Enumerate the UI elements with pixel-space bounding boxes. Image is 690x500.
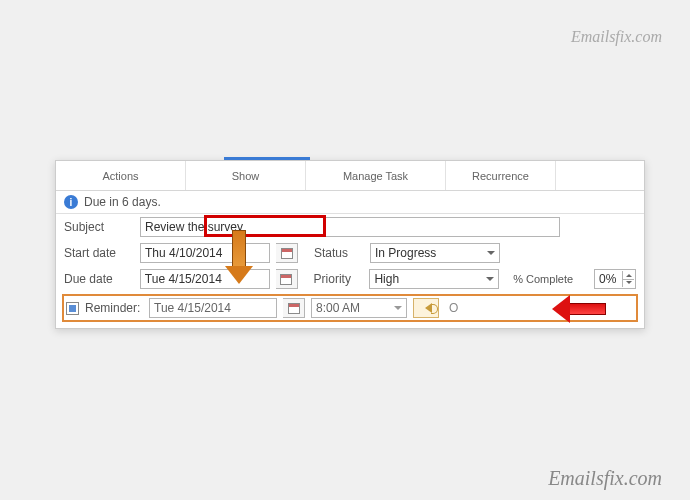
start-date-input[interactable]: Thu 4/10/2014 xyxy=(140,243,270,263)
percent-complete-label: % Complete xyxy=(513,273,588,285)
row-subject: Subject Review the survey xyxy=(56,214,644,240)
subject-input[interactable]: Review the survey xyxy=(140,217,560,237)
ribbon-show-indicator xyxy=(224,157,310,160)
due-date-calendar-button[interactable] xyxy=(276,269,298,289)
reminder-sound-button[interactable] xyxy=(413,298,439,318)
reminder-date-input[interactable]: Tue 4/15/2014 xyxy=(149,298,277,318)
reminder-time-dropdown[interactable]: 8:00 AM xyxy=(311,298,407,318)
start-date-calendar-button[interactable] xyxy=(276,243,298,263)
info-icon: i xyxy=(64,195,78,209)
percent-spinner[interactable] xyxy=(622,271,634,287)
chevron-up-icon xyxy=(626,271,632,277)
priority-dropdown[interactable]: High xyxy=(369,269,499,289)
calendar-icon xyxy=(281,248,293,259)
speaker-icon xyxy=(420,303,432,313)
calendar-icon xyxy=(288,303,300,314)
task-form-panel: Actions Show Manage Task Recurrence i Du… xyxy=(55,160,645,329)
reminder-checkbox[interactable] xyxy=(66,302,79,315)
ribbon-group-actions[interactable]: Actions xyxy=(56,161,186,190)
reminder-owner-cutoff: O xyxy=(449,301,458,315)
percent-complete-input[interactable]: 0% xyxy=(594,269,636,289)
subject-label: Subject xyxy=(64,220,134,234)
due-date-input[interactable]: Tue 4/15/2014 xyxy=(140,269,270,289)
ribbon-group-recurrence[interactable]: Recurrence xyxy=(446,161,556,190)
row-reminder: Reminder: Tue 4/15/2014 8:00 AM O xyxy=(62,294,638,322)
row-due-date: Due date Tue 4/15/2014 Priority High % C… xyxy=(56,266,644,292)
info-bar: i Due in 6 days. xyxy=(56,191,644,214)
priority-label: Priority xyxy=(314,272,364,286)
due-date-label: Due date xyxy=(64,272,134,286)
row-start-date: Start date Thu 4/10/2014 Status In Progr… xyxy=(56,240,644,266)
reminder-label: Reminder: xyxy=(85,301,143,315)
watermark-bottom: Emailsfix.com xyxy=(548,467,662,490)
ribbon-group-show[interactable]: Show xyxy=(186,161,306,190)
ribbon: Actions Show Manage Task Recurrence xyxy=(56,161,644,191)
ribbon-group-manage-task[interactable]: Manage Task xyxy=(306,161,446,190)
info-text: Due in 6 days. xyxy=(84,195,161,209)
reminder-date-calendar-button[interactable] xyxy=(283,298,305,318)
watermark-top: Emailsfix.com xyxy=(571,28,662,46)
percent-complete-value: 0% xyxy=(599,272,616,286)
start-date-label: Start date xyxy=(64,246,134,260)
calendar-icon xyxy=(280,274,292,285)
status-label: Status xyxy=(314,246,364,260)
chevron-down-icon xyxy=(626,281,632,287)
status-dropdown[interactable]: In Progress xyxy=(370,243,500,263)
